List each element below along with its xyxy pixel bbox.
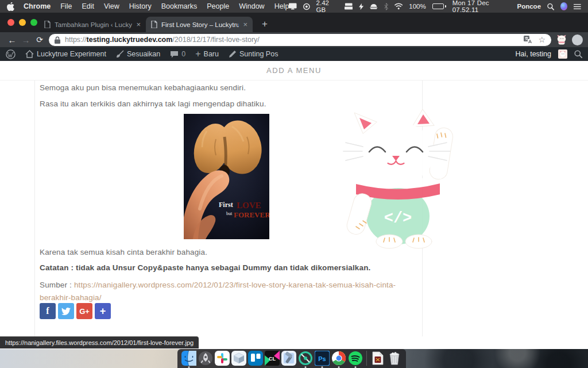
menu-view[interactable]: View <box>104 2 119 10</box>
tab-tambahkan-plugin[interactable]: Tambahkan Plugin ‹ Luckytrue × <box>39 17 146 32</box>
add-a-menu-link[interactable]: ADD A MENU <box>0 61 588 80</box>
page-favicon <box>151 21 157 28</box>
power-bolt-icon[interactable] <box>359 3 363 10</box>
siri-icon[interactable] <box>560 2 568 10</box>
new-tab-button[interactable]: + <box>258 18 271 30</box>
source-link[interactable]: https://nanigallery.wordpress.com/2012/0… <box>40 281 396 302</box>
facebook-share-button[interactable]: f <box>40 303 56 319</box>
menu-window[interactable]: Window <box>239 2 264 10</box>
reload-button[interactable]: ⟳ <box>33 35 47 44</box>
spotlight-search-icon[interactable] <box>547 3 554 10</box>
wifi-icon[interactable] <box>394 3 403 10</box>
menu-chrome[interactable]: Chrome <box>24 2 51 10</box>
wp-site-name: Luckytrue Experiment <box>37 50 106 58</box>
notification-center-icon[interactable] <box>574 3 581 10</box>
dock-downloads-file-icon[interactable] <box>370 351 385 366</box>
menu-people[interactable]: People <box>207 2 229 10</box>
wp-admin-bar: Luckytrue Experiment Sesuaikan 0 + Baru … <box>0 47 588 61</box>
caption-but: but <box>226 211 233 216</box>
dock-photoshop-icon[interactable]: Ps <box>315 351 330 366</box>
caption-first: First <box>219 201 233 209</box>
macos-menubar: Chrome File Edit View History Bookmarks … <box>0 0 588 13</box>
translate-icon[interactable] <box>524 36 532 44</box>
cat-extension-icon[interactable] <box>556 34 567 45</box>
post-note: Catatan : tidak ada Unsur Copy&paste han… <box>40 263 370 272</box>
cream-app-icon[interactable] <box>370 3 378 10</box>
dock-slack-icon[interactable] <box>215 351 230 366</box>
back-button[interactable]: ← <box>5 35 19 45</box>
brush-icon <box>116 50 124 58</box>
layers-app-icon[interactable] <box>345 3 353 10</box>
googleplus-share-button[interactable]: G+ <box>76 303 92 319</box>
minimize-window-button[interactable] <box>19 19 26 26</box>
dock-xcode-icon[interactable] <box>281 351 296 366</box>
dock-trello-icon[interactable] <box>248 351 263 366</box>
lucky-cat-mascot: </> <box>342 107 458 250</box>
cat-code-symbol: </> <box>384 210 412 227</box>
chrome-profile-avatar[interactable] <box>572 34 583 45</box>
dock-clion-icon[interactable]: CL <box>265 351 280 366</box>
url-path: /2018/12/17/first-love-story/ <box>172 36 259 44</box>
wp-user-avatar[interactable] <box>558 49 567 59</box>
dock-android-studio-icon[interactable] <box>298 351 313 366</box>
display-mirroring-icon[interactable] <box>289 3 297 10</box>
tab-title: First Love Story – Luckytrue Ex <box>161 21 239 28</box>
menu-file[interactable]: File <box>60 2 72 10</box>
content-left-border <box>34 80 35 336</box>
post-paragraph-1: Semoga aku pun bisa menemukan kebahagiaa… <box>40 83 246 92</box>
bookmark-star-icon[interactable]: ☆ <box>538 36 546 44</box>
close-window-button[interactable] <box>7 19 14 26</box>
url-host: testing.luckytruedev.com <box>87 36 173 44</box>
battery-icon[interactable] <box>432 3 446 9</box>
menubar-app-menus: Chrome File Edit View History Bookmarks … <box>24 2 289 10</box>
dock-trash-icon[interactable] <box>387 351 402 366</box>
caption-love: LOVE <box>237 201 261 210</box>
bluetooth-icon[interactable] <box>384 3 388 10</box>
dock-separator <box>366 351 367 366</box>
menubar-clock[interactable]: Mon 17 Dec 07.52.11 <box>452 0 511 13</box>
dock-spotify-icon[interactable] <box>348 351 363 366</box>
menu-bookmarks[interactable]: Bookmarks <box>161 2 198 10</box>
address-bar[interactable]: https://testing.luckytruedev.com/2018/12… <box>49 34 551 46</box>
comment-bubble-icon <box>170 51 179 58</box>
page-content: ADD A MENU Semoga aku pun bisa menemukan… <box>0 61 588 349</box>
menu-help[interactable]: Help <box>274 2 289 10</box>
forward-button[interactable]: → <box>19 35 33 45</box>
wp-new-label: Baru <box>204 50 219 58</box>
tab-close-icon[interactable]: × <box>136 20 141 29</box>
source-label: Sumber : <box>40 281 74 289</box>
twitter-share-button[interactable] <box>58 303 74 319</box>
dock-chrome-icon[interactable] <box>331 351 346 366</box>
wp-logo-menu[interactable] <box>6 49 16 59</box>
addthis-share-button[interactable]: + <box>95 303 111 319</box>
dock-cube-app-icon[interactable] <box>231 351 246 366</box>
apple-menu-icon[interactable] <box>7 2 14 11</box>
home-icon <box>25 50 34 58</box>
dock-launchpad-icon[interactable] <box>198 351 213 366</box>
desktop-wallpaper: CL Ps <box>0 349 588 368</box>
lock-icon <box>55 36 60 44</box>
desktop-screen: Chrome File Edit View History Bookmarks … <box>0 0 588 368</box>
menubar-username[interactable]: Poncoe <box>517 3 541 10</box>
svg-text:Ps: Ps <box>318 355 326 362</box>
memory-monitor-icon[interactable] <box>303 3 310 10</box>
wp-greeting[interactable]: Hai, testing <box>515 50 551 58</box>
tab-first-love-story[interactable]: First Love Story – Luckytrue Ex × <box>146 17 253 32</box>
wp-customize-menu[interactable]: Sesuaikan <box>116 50 160 58</box>
zoom-window-button[interactable] <box>30 19 37 26</box>
wp-edit-post-menu[interactable]: Sunting Pos <box>229 50 278 58</box>
post-paragraph-2: Rasa itu akan terkikis dan akhirnya tak … <box>40 99 266 108</box>
wp-search-icon[interactable] <box>574 50 582 58</box>
chrome-toolbar: ← → ⟳ https://testing.luckytruedev.com/2… <box>0 32 588 47</box>
wp-new-menu[interactable]: + Baru <box>195 50 219 58</box>
url-scheme: https:// <box>65 36 87 44</box>
dock-finder-icon[interactable] <box>181 351 196 366</box>
menu-edit[interactable]: Edit <box>82 2 94 10</box>
tab-close-icon[interactable]: × <box>243 20 247 29</box>
window-controls <box>7 19 37 26</box>
post-image-first-love[interactable]: First LOVE but FOREVER <box>184 114 269 239</box>
menu-history[interactable]: History <box>129 2 152 10</box>
wp-site-menu[interactable]: Luckytrue Experiment <box>25 50 106 58</box>
wp-comments-menu[interactable]: 0 <box>170 50 185 58</box>
memory-usage[interactable]: 2.42 GB <box>316 0 338 13</box>
